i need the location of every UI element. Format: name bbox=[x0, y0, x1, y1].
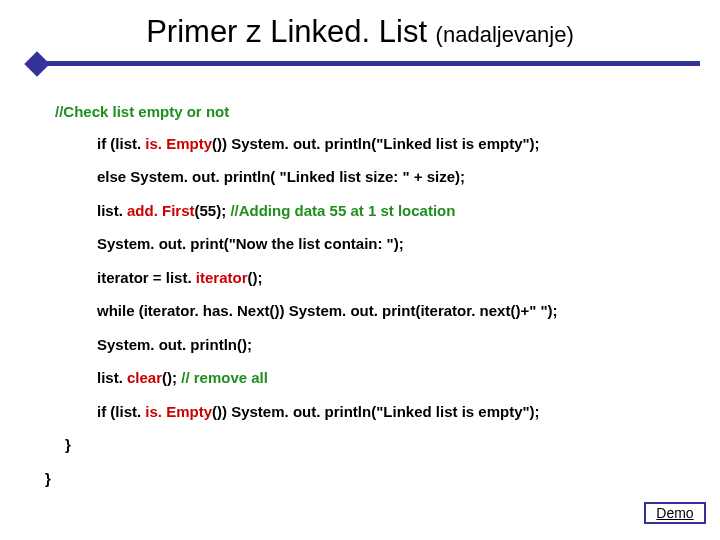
code-line-1: if (list. is. Empty()) System. out. prin… bbox=[97, 134, 695, 154]
code-line-3: list. add. First(55); //Adding data 55 a… bbox=[97, 201, 695, 221]
title-main: Primer z Linked. List bbox=[146, 14, 435, 49]
title-sub: (nadaljevanje) bbox=[436, 22, 574, 47]
code-line-9: if (list. is. Empty()) System. out. prin… bbox=[97, 402, 695, 422]
closing-braces: } } bbox=[55, 435, 695, 488]
code-line-7: System. out. println(); bbox=[97, 335, 695, 355]
close-brace-1: } bbox=[65, 435, 695, 455]
code-content: //Check list empty or not if (list. is. … bbox=[55, 102, 695, 488]
code-line-8: list. clear(); // remove all bbox=[97, 368, 695, 388]
code-block: if (list. is. Empty()) System. out. prin… bbox=[97, 134, 695, 422]
comment-heading: //Check list empty or not bbox=[55, 102, 695, 122]
slide-title: Primer z Linked. List (nadaljevanje) bbox=[0, 14, 720, 50]
close-brace-2: } bbox=[45, 469, 695, 489]
title-underline bbox=[18, 55, 700, 73]
demo-button[interactable]: Demo bbox=[644, 502, 706, 524]
code-line-4: System. out. print("Now the list contain… bbox=[97, 234, 695, 254]
code-line-2: else System. out. println( "Linked list … bbox=[97, 167, 695, 187]
code-line-6: while (iterator. has. Next()) System. ou… bbox=[97, 301, 695, 321]
horizontal-rule bbox=[40, 61, 700, 66]
code-line-5: iterator = list. iterator(); bbox=[97, 268, 695, 288]
